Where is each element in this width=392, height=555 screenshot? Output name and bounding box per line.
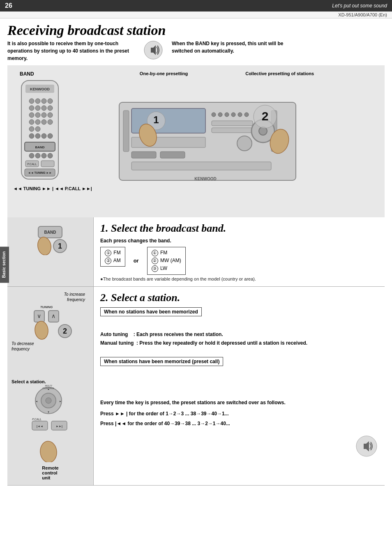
step1-title: 1. Select the broadcast band. [100, 222, 378, 235]
svg-point-9 [29, 106, 34, 111]
step2-right: 2. Select a station. When no stations ha… [94, 287, 385, 374]
one-by-one-label: One-by-one presetting [140, 71, 188, 76]
svg-point-20 [48, 120, 53, 124]
svg-point-91 [39, 440, 57, 462]
step1-section: BAND 1 1. Select the broadcast band. Eac… [7, 217, 385, 287]
svg-point-30 [35, 153, 40, 158]
unit-diagram: KENWOOD 1 2 [99, 78, 304, 193]
svg-point-5 [29, 99, 34, 104]
svg-rect-41 [123, 111, 129, 152]
press-lines: Press ►► | for the order of 1→2→3 ... 38… [100, 409, 378, 428]
svg-point-19 [42, 120, 46, 124]
hand-illustration-preset [34, 438, 67, 462]
multi-control-illustration: ▲ ▼ ◄ ► MULTI CONTROL [30, 384, 71, 417]
remote-label: Remotecontrolunit [42, 465, 58, 480]
step3-left: Select a station. ▲ ▼ ◄ ► MULTI CONTROL … [7, 374, 94, 486]
svg-point-25 [42, 134, 46, 138]
svg-text:TUNING: TUNING [40, 305, 53, 309]
svg-point-26 [48, 134, 53, 138]
band-opt1-line1: ① FM [105, 249, 121, 257]
step1-note: ●The broadcast bands are variable depend… [100, 276, 378, 281]
page-title: Receiving broadcast station [0, 18, 392, 40]
model-line: XD-951/A900/A700 (En) [0, 12, 392, 18]
svg-point-21 [29, 127, 34, 131]
band-options: ① FM ② AM or ① FM ② MW (AM) ③ LW [100, 247, 378, 275]
manual-tuning-line: Manual tuning : Press the key repeatedly… [100, 339, 378, 348]
svg-text:P.CALL: P.CALL [27, 163, 37, 166]
unit-section: One-by-one presetting Collective presett… [99, 71, 379, 212]
or-text: or [134, 258, 139, 264]
steps-container: BAND 1 1. Select the broadcast band. Eac… [7, 217, 385, 486]
svg-text:CONTROL: CONTROL [42, 387, 54, 389]
svg-point-53 [237, 136, 252, 151]
svg-rect-55 [160, 152, 185, 158]
step1-left: BAND 1 [7, 217, 94, 286]
svg-text:P.CALL: P.CALL [32, 418, 42, 421]
each-press-text: Each press changes the band. [100, 238, 378, 244]
svg-point-15 [42, 113, 46, 117]
step2-section: To increasefrequency TUNING ∨ ∧ 2 To dec… [7, 287, 385, 374]
svg-rect-49 [212, 121, 253, 126]
svg-text:►: ► [59, 400, 62, 403]
svg-point-31 [42, 153, 46, 158]
svg-text:BAND: BAND [44, 230, 56, 235]
step2-left: To increasefrequency TUNING ∨ ∧ 2 To dec… [7, 287, 94, 374]
step2-title: 2. Select a station. [100, 292, 378, 304]
intro-row: It is also possible to receive them by o… [0, 40, 392, 65]
band-opt2-line3: ③ LW [152, 265, 181, 272]
presetting-labels: One-by-one presetting Collective presett… [140, 71, 314, 76]
svg-point-29 [29, 153, 34, 158]
svg-text:►►|: ►►| [56, 425, 62, 428]
svg-text:▼: ▼ [47, 411, 50, 413]
svg-point-68 [36, 236, 52, 255]
svg-text:KENWOOD: KENWOOD [194, 177, 216, 181]
band-label: BAND [20, 71, 34, 77]
svg-point-17 [29, 120, 34, 124]
svg-point-6 [35, 99, 40, 104]
collective-label: Collective presetting of stations [245, 71, 314, 76]
band-opt2-line2: ② MW (AM) [152, 257, 181, 265]
press-forward-line: Press ►► | for the order of 1→2→3 ... 38… [100, 409, 378, 419]
svg-point-16 [48, 113, 53, 117]
svg-point-44 [218, 113, 222, 117]
step1-title-text: Select the broadcast band. [111, 222, 226, 234]
svg-point-32 [48, 153, 53, 158]
speaker-icon-bottom [355, 435, 378, 458]
svg-point-43 [212, 113, 216, 117]
svg-rect-56 [131, 162, 271, 170]
speaker-icon [143, 40, 164, 60]
when-no-stations-box: When no stations have been memorized [100, 307, 202, 316]
step2-title-text: Select a station. [111, 292, 180, 304]
remote-control-diagram: KENWOOD [13, 78, 67, 185]
step2-number: 2. [100, 292, 108, 304]
remote-section: BAND KENWOOD [13, 71, 92, 212]
svg-text:KENWOOD: KENWOOD [30, 87, 50, 91]
tuning-controls: ◄◄ TUNING ►► | ◄◄ P.CALL ►►| [13, 186, 92, 191]
svg-point-46 [231, 113, 235, 117]
svg-text:BAND: BAND [35, 145, 44, 149]
band-opt1-line2: ② AM [105, 257, 121, 265]
svg-point-11 [42, 106, 46, 111]
svg-point-22 [35, 127, 40, 131]
band-opt2-line1: ① FM [152, 249, 181, 257]
intro-right-text: When the BAND key is pressed, this unit … [172, 40, 295, 55]
tuning-control-illustration: TUNING ∨ ∧ 2 [26, 303, 75, 340]
svg-point-47 [238, 113, 242, 117]
step1-right: 1. Select the broadcast band. Each press… [94, 217, 385, 286]
svg-text:2: 2 [262, 109, 269, 123]
svg-point-7 [42, 99, 46, 104]
band-button-illustration: BAND 1 [32, 222, 69, 255]
svg-point-13 [29, 113, 34, 117]
svg-point-24 [35, 134, 40, 138]
sidebar-section-label: Basic section [0, 246, 9, 283]
step3-section: Select a station. ▲ ▼ ◄ ► MULTI CONTROL … [7, 374, 385, 486]
step3-right: Every time the key is pressed, the prese… [94, 374, 385, 486]
band-option-1: ① FM ② AM [100, 247, 125, 267]
every-time-text: Every time the key is pressed, the prese… [100, 400, 378, 405]
svg-rect-50 [212, 128, 253, 133]
svg-point-76 [34, 320, 49, 340]
svg-text:2: 2 [62, 327, 67, 335]
svg-point-10 [35, 106, 40, 111]
band-option-2: ① FM ② MW (AM) ③ LW [147, 247, 186, 275]
svg-text:|◄◄: |◄◄ [37, 425, 43, 428]
